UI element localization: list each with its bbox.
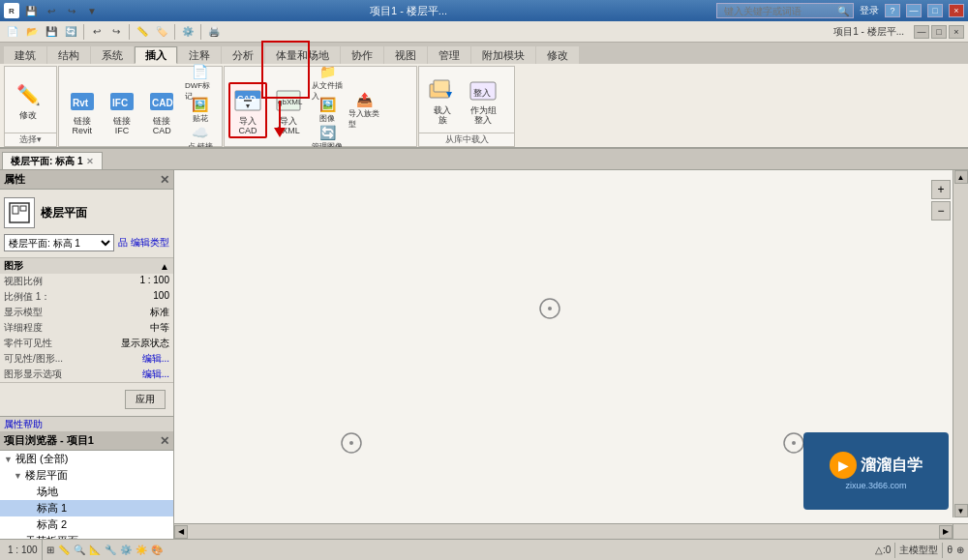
- inner-close[interactable]: ×: [949, 25, 964, 39]
- inner-maximize[interactable]: □: [931, 25, 947, 39]
- tab-annotate[interactable]: 注释: [178, 46, 221, 64]
- view-tab-floor1[interactable]: 楼层平面: 标高 1 ✕: [2, 152, 103, 169]
- detail-level-value[interactable]: 中等: [150, 321, 169, 335]
- tree-floor-plans[interactable]: ▼楼层平面: [0, 467, 173, 484]
- horizontal-scrollbar[interactable]: ◀ ▶: [174, 523, 953, 539]
- qt-undo[interactable]: ↩: [88, 23, 106, 41]
- login-btn[interactable]: 登录: [860, 4, 879, 17]
- qt-redo[interactable]: ↪: [107, 23, 125, 41]
- apply-btn[interactable]: 应用: [125, 390, 166, 409]
- floor-plan-select[interactable]: 楼层平面: 标高 1: [4, 234, 114, 251]
- status-icon-4[interactable]: 📐: [89, 545, 101, 555]
- inner-minimize[interactable]: —: [914, 25, 929, 39]
- window-maximize[interactable]: □: [927, 4, 943, 17]
- tab-view[interactable]: 视图: [384, 46, 427, 64]
- decal-btn[interactable]: 🖼️ 贴花: [183, 97, 218, 124]
- tree-level1[interactable]: 标高 1: [0, 500, 173, 516]
- tree-site[interactable]: 场地: [0, 484, 173, 500]
- insert-file-btn[interactable]: 📁 从文件插入: [310, 69, 345, 96]
- tab-architecture[interactable]: 建筑: [4, 46, 46, 64]
- load-family-btn[interactable]: 载入族: [423, 72, 462, 128]
- quick-undo[interactable]: ↩: [43, 2, 60, 19]
- import-cad-btn[interactable]: CAD 导入CAD: [228, 82, 267, 138]
- tab-manage[interactable]: 管理: [428, 46, 470, 64]
- qt-settings[interactable]: ⚙️: [179, 23, 197, 41]
- tree-views-all[interactable]: ▼视图 (全部): [0, 451, 173, 467]
- window-minimize[interactable]: —: [906, 4, 922, 17]
- status-icon-5[interactable]: 🔧: [105, 545, 116, 555]
- link-revit-btn[interactable]: Rvt 链接Revit: [63, 82, 101, 138]
- status-icon-1[interactable]: ⊞: [46, 545, 54, 555]
- view-scale-value[interactable]: 1 : 100: [139, 275, 169, 288]
- window-close[interactable]: ×: [949, 4, 964, 17]
- dwf-btn[interactable]: 📄 DWF标记: [183, 69, 218, 96]
- scale-value-row: 比例值 1： 100: [0, 289, 173, 305]
- tree-level2[interactable]: 标高 2: [0, 516, 173, 533]
- link-cad-btn[interactable]: CAD 链接CAD: [143, 82, 181, 138]
- point-cloud-btn[interactable]: ☁️ 点 链接: [183, 125, 218, 149]
- qt-tag[interactable]: 🏷️: [153, 23, 170, 41]
- scroll-right-btn[interactable]: ▶: [939, 525, 953, 539]
- image-btn[interactable]: 🖼️ 图像: [310, 97, 345, 124]
- tab-massing[interactable]: 体量和场地: [265, 46, 340, 64]
- tab-systems[interactable]: 系统: [91, 46, 134, 64]
- edit-type-btn[interactable]: 品 编辑类型: [118, 236, 169, 250]
- status-div1: [894, 543, 895, 558]
- graphics-expand[interactable]: ▲: [160, 261, 169, 272]
- quick-redo[interactable]: ↪: [63, 2, 80, 19]
- status-icon-6[interactable]: ⚙️: [120, 545, 132, 555]
- link-ifc-btn[interactable]: IFC 链接IFC: [103, 82, 140, 138]
- tab-collaborate[interactable]: 协作: [341, 46, 383, 64]
- vertical-scrollbar[interactable]: ▲ ▼: [953, 170, 968, 517]
- scroll-up-btn[interactable]: ▲: [954, 170, 968, 184]
- tab-analyze[interactable]: 分析: [222, 46, 264, 64]
- properties-help[interactable]: 属性帮助: [0, 416, 173, 431]
- status-bar-resize[interactable]: ⊕: [956, 545, 964, 555]
- tab-addins[interactable]: 附加模块: [471, 46, 535, 64]
- scroll-left-btn[interactable]: ◀: [174, 525, 188, 539]
- qt-save[interactable]: 💾: [43, 23, 60, 41]
- qt-new[interactable]: 📄: [4, 23, 21, 41]
- scale-value[interactable]: 100: [153, 290, 169, 304]
- scroll-down-btn[interactable]: ▼: [954, 504, 968, 517]
- tab-structure[interactable]: 结构: [47, 46, 90, 64]
- tree-ceiling[interactable]: ▶天花板平面: [0, 533, 173, 539]
- status-render-icon[interactable]: 🎨: [151, 545, 163, 555]
- view-tab-close[interactable]: ✕: [86, 157, 94, 166]
- quick-menu[interactable]: ▼: [83, 2, 101, 19]
- manage-images-icon: 🔄: [319, 125, 336, 140]
- qt-print[interactable]: 🖨️: [205, 23, 223, 41]
- properties-close[interactable]: ✕: [160, 173, 169, 187]
- part-visibility-value[interactable]: 显示原状态: [121, 337, 169, 350]
- search-input[interactable]: [721, 3, 837, 18]
- quick-save[interactable]: 💾: [22, 2, 40, 19]
- floor-plan-label: 楼层平面: [41, 205, 87, 221]
- status-right: △:0 主模型型 θ ⊕: [875, 543, 964, 558]
- link-ifc-icon: IFC: [106, 85, 137, 116]
- status-icon-2[interactable]: 📏: [58, 545, 70, 555]
- visibility-value[interactable]: 编辑...: [142, 352, 169, 366]
- tab-insert[interactable]: 插入: [135, 46, 177, 64]
- zoom-out-btn[interactable]: −: [931, 201, 951, 221]
- status-sun-icon[interactable]: ☀️: [136, 545, 147, 555]
- display-model-label: 显示模型: [4, 306, 43, 319]
- part-visibility-label: 零件可见性: [4, 337, 52, 350]
- qt-open[interactable]: 📂: [23, 23, 41, 41]
- window-help[interactable]: ?: [885, 4, 900, 17]
- import-families-btn[interactable]: 📤 导入族类型: [347, 97, 381, 124]
- title-bar: R 💾 ↩ ↪ ▼ 项目1 - 楼层平... 🔍 登录 ? — □ ×: [0, 0, 968, 21]
- canvas-area[interactable]: ▲ ▼ ◀ ▶ ▶ 溜溜自学 zixue.3d66.com + −: [174, 170, 968, 539]
- ribbon-group-link-content: Rvt 链接Revit IFC 链接IFC CAD 链接CAD 📄 DWF标记: [59, 67, 222, 149]
- load-group-btn[interactable]: 整入 作为组整入: [464, 72, 502, 128]
- display-model-value[interactable]: 标准: [150, 306, 169, 319]
- qt-sync[interactable]: 🔄: [62, 23, 79, 41]
- manage-images-btn[interactable]: 🔄 管理图像: [310, 125, 345, 149]
- zoom-in-btn[interactable]: +: [931, 180, 951, 199]
- tab-modify[interactable]: 修改: [536, 46, 579, 64]
- qt-measure[interactable]: 📏: [134, 23, 151, 41]
- status-icon-3[interactable]: 🔍: [74, 545, 85, 555]
- display-options-value[interactable]: 编辑...: [142, 368, 169, 381]
- project-browser-close[interactable]: ✕: [160, 434, 169, 448]
- display-options-row: 图形显示选项 编辑...: [0, 367, 173, 382]
- modify-btn[interactable]: ✏️ 修改: [9, 72, 47, 128]
